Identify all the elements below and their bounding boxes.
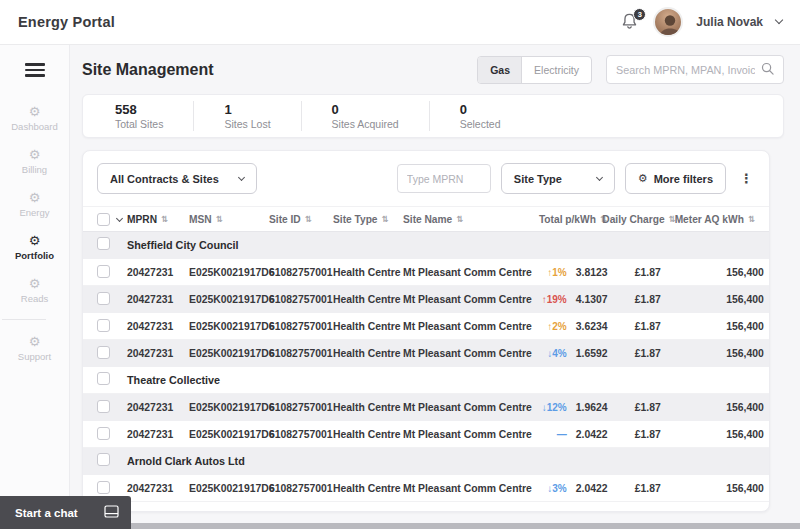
column-label: Site Type [333,214,378,225]
cell-total-p-kwh: ↓4%1.6592 [532,348,616,359]
row-checkbox[interactable] [97,372,110,385]
table-row[interactable]: 20427231E025K0021917D661082757001Health … [83,259,769,286]
avatar[interactable] [653,7,683,37]
filter-row: All Contracts & Sites Site Type ⚙ More f… [83,151,769,206]
cell-daily-charge: £1.87 [616,321,680,332]
sidebar-item-billing[interactable]: ⚙Billing [2,147,68,175]
row-checkbox[interactable] [97,427,110,440]
change-indicator: ↓3% [547,483,566,494]
table-row[interactable]: 20427231E025K0021917D661082757001Health … [83,340,769,367]
notifications-button[interactable]: 3 [620,12,640,32]
search-input[interactable] [616,64,755,76]
row-checkbox-cell [97,481,127,496]
row-checkbox[interactable] [97,237,110,250]
table-row[interactable]: 20427231E025K0021917D661082757001Health … [83,475,769,502]
cell-site-type: Health Centre [333,321,403,332]
cell-mprn: 20427231 [127,483,189,494]
kebab-menu-icon[interactable]: ⋮ [738,174,755,184]
total-value: 3.8123 [576,267,616,278]
row-checkbox[interactable] [97,400,110,413]
chevron-down-icon[interactable] [775,16,783,24]
site-type-dropdown[interactable]: Site Type [501,163,615,194]
group-header-row[interactable]: Sheffield City Council [83,232,769,259]
stat-selected: 0Selected [430,101,531,131]
cell-meter-aq: 156,400 [680,402,764,413]
table-row[interactable]: 20427231E025K0021917D661082757001Health … [83,286,769,313]
gear-icon: ⚙ [29,233,41,248]
stat-label: Selected [460,118,501,130]
row-checkbox[interactable] [97,346,110,359]
cell-msn: E025K0021917D6 [189,267,269,278]
sidebar-item-dashboard[interactable]: ⚙Dashboard [2,104,68,132]
select-all-checkbox[interactable] [97,213,110,226]
cell-site-type: Health Centre [333,402,403,413]
group-name: Sheffield City Council [127,239,755,251]
column-header-site-id[interactable]: Site ID⇅ [269,214,333,225]
cell-daily-charge: £1.87 [616,294,680,305]
cell-msn: E025K0021917D6 [189,483,269,494]
column-header-total-p-kwh[interactable]: Total p/kWh⇅ [523,214,607,225]
column-label: MPRN [127,214,157,225]
sort-icon[interactable]: ⇅ [305,214,312,224]
table-row[interactable]: 20427231E025K0021917D661082757001Health … [83,313,769,340]
row-checkbox[interactable] [97,292,110,305]
sidebar-item-label: Support [18,351,51,362]
chat-button[interactable]: Start a chat [0,496,131,529]
column-header-msn[interactable]: MSN⇅ [189,214,269,225]
sort-icon[interactable]: ⇅ [748,214,755,224]
row-checkbox[interactable] [97,481,110,494]
group-name: Theatre Collective [127,374,755,386]
hamburger-menu-icon[interactable] [25,60,45,80]
fuel-toggle-electricity[interactable]: Electricity [522,57,591,83]
user-name: Julia Novak [696,15,763,29]
cell-msn: E025K0021917D6 [189,294,269,305]
column-header-mprn[interactable]: MPRN⇅ [127,214,189,225]
cell-meter-aq: 156,400 [680,483,764,494]
column-header-daily-charge[interactable]: Daily Charge⇅ [607,214,671,225]
sort-icon[interactable]: ⇅ [456,214,463,224]
change-indicator: ↑1% [547,267,566,278]
row-checkbox[interactable] [97,453,110,466]
cell-total-p-kwh: ↓3%2.0422 [532,483,616,494]
sidebar-item-support[interactable]: ⚙Support [2,334,68,362]
group-header-row[interactable]: Arnold Clark Autos Ltd [83,448,769,475]
column-label: Meter AQ kWh [675,214,744,225]
column-header-site-type[interactable]: Site Type⇅ [333,214,403,225]
mprn-filter-input[interactable] [397,164,491,193]
more-filters-button[interactable]: ⚙ More filters [625,163,726,194]
group-name: Arnold Clark Autos Ltd [127,455,755,467]
group-header-row[interactable]: Theatre Collective [83,367,769,394]
contracts-dropdown[interactable]: All Contracts & Sites [97,163,257,194]
stat-label: Total Sites [115,118,163,130]
cell-total-p-kwh: ↑19%4.1307 [532,294,616,305]
cell-site-type: Health Centre [333,294,403,305]
chevron-down-icon[interactable] [116,214,123,221]
cell-site-name: Mt Pleasant Comm Centre [403,483,532,494]
sidebar-item-label: Portfolio [15,250,54,261]
total-value: 1.9624 [576,402,616,413]
sort-icon[interactable]: ⇅ [161,214,168,224]
cell-site-name: Mt Pleasant Comm Centre [403,402,532,413]
page-header: Site Management GasElectricity [82,45,784,94]
sidebar-item-energy[interactable]: ⚙Energy [2,190,68,218]
column-header-site-name[interactable]: Site Name⇅ [403,214,523,225]
stats-card: 558Total Sites1Sites Lost0Sites Acquired… [82,94,784,138]
table-row[interactable]: 20427231E025K0021917D661082757001Health … [83,421,769,448]
gear-icon: ⚙ [29,147,41,162]
sidebar-item-reads[interactable]: ⚙Reads [2,276,68,304]
column-header-meter-aq-kwh[interactable]: Meter AQ kWh⇅ [671,214,755,225]
row-checkbox[interactable] [97,265,110,278]
change-indicator: ↓12% [542,402,567,413]
row-checkbox-cell [97,236,127,254]
fuel-toggle-gas[interactable]: Gas [478,57,522,83]
sort-icon[interactable]: ⇅ [216,214,223,224]
table-row[interactable]: 20427231E025K0021917D661082757001Health … [83,394,769,421]
cell-meter-aq: 156,400 [680,429,764,440]
change-indicator: — [557,429,567,440]
cell-site-name: Mt Pleasant Comm Centre [403,348,532,359]
cell-site-id: 61082757001 [269,321,333,332]
sidebar-item-portfolio[interactable]: ⚙Portfolio [2,233,68,261]
row-checkbox[interactable] [97,319,110,332]
main-content: Site Management GasElectricity 558Total … [70,45,800,529]
sort-icon[interactable]: ⇅ [382,214,389,224]
